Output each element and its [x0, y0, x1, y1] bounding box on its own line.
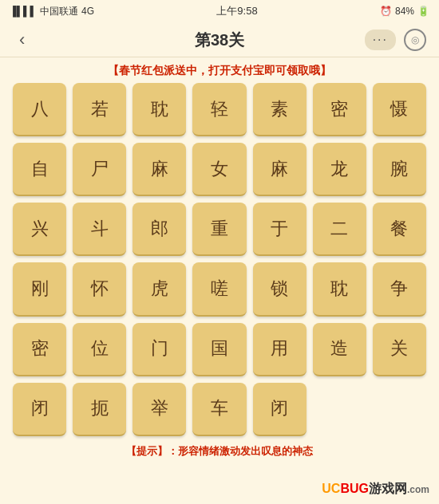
grid-cell-3-2[interactable]: 虎: [132, 262, 186, 316]
alarm-icon: ⏰: [380, 6, 392, 17]
status-bar: ▐▌▌▌ 中国联通 4G 上午9:58 ⏰ 84% 🔋: [0, 0, 439, 22]
grid-cell-4-6[interactable]: 关: [373, 323, 426, 376]
grid-cell-4-3[interactable]: 国: [192, 323, 246, 376]
grid-cell-2-5[interactable]: 二: [313, 203, 366, 256]
target-icon: ◎: [411, 34, 419, 45]
more-button[interactable]: ···: [365, 30, 396, 50]
grid-cell-2-0[interactable]: 兴: [13, 203, 66, 256]
grid-cell-3-5[interactable]: 耽: [313, 262, 366, 316]
character-grid: 八若耽轻素密慑自尸麻女麻龙腕兴斗郎重于二餐刚怀虎嗟锁耽争密位门国用造关闭扼举车闭: [0, 83, 439, 439]
status-time: 上午9:58: [216, 4, 257, 18]
carrier-name: 中国联通: [40, 5, 78, 18]
grid-cell-0-5[interactable]: 密: [313, 83, 366, 136]
back-button[interactable]: ‹: [13, 26, 31, 53]
watermark-game: 游戏网: [369, 482, 407, 495]
battery-percent: 84%: [395, 6, 414, 17]
nav-actions: ··· ◎: [365, 29, 426, 51]
grid-cell-3-0[interactable]: 刚: [13, 262, 66, 316]
grid-cell-1-2[interactable]: 麻: [132, 143, 186, 196]
grid-row-2: 兴斗郎重于二餐: [13, 203, 426, 256]
grid-cell-1-5[interactable]: 龙: [313, 143, 366, 196]
network-type: 4G: [81, 6, 94, 17]
hint-content: 【提示】：形容情绪激动发出叹息的神态: [126, 445, 313, 457]
watermark-bug: BUG: [340, 482, 369, 495]
grid-cell-5-2[interactable]: 举: [132, 383, 186, 436]
carrier-info: ▐▌▌▌ 中国联通 4G: [10, 5, 94, 18]
grid-cell-1-3[interactable]: 女: [192, 143, 246, 196]
grid-cell-2-2[interactable]: 郎: [132, 203, 186, 256]
grid-cell-0-4[interactable]: 素: [253, 83, 307, 136]
nav-bar: ‹ 第38关 ··· ◎: [0, 22, 439, 57]
grid-cell-1-0[interactable]: 自: [13, 143, 66, 196]
grid-cell-5-4[interactable]: 闭: [253, 383, 307, 436]
grid-row-4: 密位门国用造关: [13, 323, 426, 376]
grid-cell-0-6[interactable]: 慑: [373, 83, 426, 136]
grid-cell-3-6[interactable]: 争: [373, 262, 426, 316]
watermark-web: .com: [407, 484, 429, 495]
grid-cell-1-6[interactable]: 腕: [373, 143, 426, 196]
promo-banner: 【春节红包派送中，打开支付宝即可领取哦】: [0, 57, 439, 83]
hint-text: 【提示】：形容情绪激动发出叹息的神态: [0, 439, 439, 463]
grid-cell-2-6[interactable]: 餐: [373, 203, 426, 256]
banner-text: 【春节红包派送中，打开支付宝即可领取哦】: [108, 64, 331, 77]
grid-cell-2-3[interactable]: 重: [192, 203, 246, 256]
grid-cell-0-2[interactable]: 耽: [132, 83, 186, 136]
grid-cell-2-1[interactable]: 斗: [73, 203, 126, 256]
grid-cell-3-3[interactable]: 嗟: [192, 262, 246, 316]
grid-row-1: 自尸麻女麻龙腕: [13, 143, 426, 196]
grid-cell-4-5[interactable]: 造: [313, 323, 366, 376]
grid-cell-1-4[interactable]: 麻: [253, 143, 307, 196]
watermark-uc: UC: [322, 482, 340, 495]
grid-cell-5-3[interactable]: 车: [192, 383, 246, 436]
battery-info: ⏰ 84% 🔋: [380, 6, 429, 17]
grid-cell-3-1[interactable]: 怀: [73, 262, 126, 316]
grid-cell-3-4[interactable]: 锁: [253, 262, 307, 316]
grid-cell-1-1[interactable]: 尸: [73, 143, 126, 196]
grid-cell-4-4[interactable]: 用: [253, 323, 307, 376]
grid-cell-0-3[interactable]: 轻: [192, 83, 246, 136]
grid-cell-0-0[interactable]: 八: [13, 83, 66, 136]
nav-title: 第38关: [195, 22, 244, 57]
battery-icon: 🔋: [417, 6, 429, 17]
grid-cell-5-0[interactable]: 闭: [13, 383, 66, 436]
grid-cell-2-4[interactable]: 于: [253, 203, 307, 256]
grid-cell-5-1[interactable]: 扼: [73, 383, 126, 436]
target-button[interactable]: ◎: [404, 29, 426, 51]
grid-cell-0-1[interactable]: 若: [73, 83, 126, 136]
grid-cell-4-0[interactable]: 密: [13, 323, 66, 376]
grid-row-0: 八若耽轻素密慑: [13, 83, 426, 136]
grid-cell-4-1[interactable]: 位: [73, 323, 126, 376]
watermark: UCBUG游戏网.com: [322, 481, 429, 498]
grid-row-3: 刚怀虎嗟锁耽争: [13, 262, 426, 316]
grid-row-5: 闭扼举车闭: [13, 383, 426, 436]
grid-cell-4-2[interactable]: 门: [132, 323, 186, 376]
signal-icon: ▐▌▌▌: [10, 6, 37, 17]
